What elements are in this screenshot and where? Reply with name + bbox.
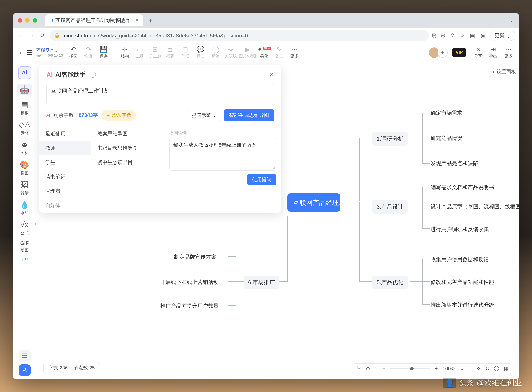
add-chars-button[interactable]: ＋增加字数: [101, 110, 136, 121]
node-3[interactable]: 3.产品设计: [372, 200, 408, 214]
topic-button[interactable]: ▭主题: [133, 46, 147, 59]
close-panel-icon[interactable]: ✕: [269, 71, 274, 78]
menu-icon[interactable]: ☰: [25, 49, 33, 56]
subcat-book-toc[interactable]: 书籍目录思维导图: [91, 141, 164, 155]
sidebar-illustration[interactable]: 🎨插图: [16, 160, 34, 176]
sidebar-gif[interactable]: GIF动图: [16, 240, 34, 253]
zoom-dropdown-icon[interactable]: ⌄: [460, 366, 464, 372]
summary-button[interactable]: ⊐概要: [163, 46, 177, 59]
nav-reload-icon[interactable]: ⟳: [39, 32, 46, 39]
subtopic-button[interactable]: ⊟子主题: [148, 46, 162, 59]
add-collaborator-button[interactable]: +: [437, 48, 448, 58]
qa-demo-dropdown[interactable]: 提问示范⌄: [188, 110, 220, 121]
tabs-dropdown-icon[interactable]: ⌄: [510, 18, 513, 23]
zoom-minus-icon[interactable]: −: [382, 366, 386, 372]
browser-tab[interactable]: ψ 互联网产品经理工作计划树图思维 ✕: [45, 14, 143, 26]
vip-badge[interactable]: VIP: [452, 48, 466, 57]
info-icon[interactable]: i: [90, 72, 96, 78]
doc-meta: 互联网产… 保存于 6-6 15:13: [36, 47, 63, 58]
sidebar-template[interactable]: ▤模板: [16, 100, 34, 116]
maximize-window-icon[interactable]: [33, 18, 37, 23]
redo-button[interactable]: ↷恢复: [81, 46, 96, 59]
cat-reading[interactable]: 读书笔记: [39, 170, 91, 184]
history-icon[interactable]: ↻: [485, 366, 490, 372]
leaf-3-2[interactable]: 设计产品原型（草图、流程图、线框图等）: [431, 203, 519, 210]
leaf-5-1[interactable]: 收集用户使用数据和反馈: [431, 256, 489, 263]
node-center[interactable]: 互联网产品经理工作计划: [287, 193, 340, 212]
zoom-slider[interactable]: [390, 368, 430, 369]
leaf-3-3[interactable]: 进行用户调研和反馈收集: [431, 226, 489, 233]
nav-forward-icon[interactable]: →: [28, 32, 35, 39]
back-icon[interactable]: ‹: [17, 49, 24, 57]
zoom-plus-icon[interactable]: +: [435, 366, 438, 372]
cat-recent[interactable]: 最近使用: [39, 126, 91, 141]
undo-button[interactable]: ↶撤回: [66, 46, 80, 59]
note-button[interactable]: 💬标注: [193, 46, 208, 59]
leaf-3-1[interactable]: 编写需求文档和产品说明书: [431, 184, 494, 191]
translate-icon[interactable]: ⎘: [432, 32, 436, 39]
more2-button[interactable]: ⋯更多: [501, 46, 515, 59]
leaf-5-2[interactable]: 修改和完善产品功能和性能: [431, 279, 494, 286]
leaf-6-3[interactable]: 推广产品并提升用户数量: [160, 302, 219, 309]
sidebar-formula[interactable]: √x公式: [16, 220, 34, 236]
mouse-mode-icon[interactable]: 🖱: [356, 366, 361, 372]
center-view-icon[interactable]: ⊕: [366, 366, 370, 372]
zoom-out-icon[interactable]: ⊖: [441, 32, 445, 39]
sidebar-outline-view[interactable]: ☰: [19, 350, 31, 362]
use-question-button[interactable]: 使用提问: [247, 174, 276, 185]
beautify-button[interactable]: ✦NEW美化: [257, 46, 271, 59]
relation-button[interactable]: ↝关联线: [224, 46, 238, 59]
sidebar-background[interactable]: 🖼背景: [16, 180, 34, 196]
cat-manager[interactable]: 管理者: [39, 184, 91, 198]
new-tab-button[interactable]: ＋: [147, 16, 154, 25]
sidebar-robot[interactable]: 🤖: [16, 84, 34, 95]
minimize-window-icon[interactable]: [25, 18, 30, 23]
tag-button[interactable]: ◯标签: [209, 46, 223, 59]
structure-button[interactable]: ⊹结构: [118, 46, 132, 59]
sidebar-icon[interactable]: ☻图标: [16, 140, 34, 156]
media-button[interactable]: ▶图片/视频: [239, 46, 256, 59]
sidebar-mindmap-view[interactable]: ⊰: [19, 364, 31, 376]
doc-title-link[interactable]: 互联网产…: [36, 47, 63, 53]
minimap-icon[interactable]: ▦: [504, 366, 509, 372]
node-1[interactable]: 1.调研分析: [372, 132, 408, 146]
cat-teacher[interactable]: 教师: [39, 141, 91, 155]
beta-label: BETA: [21, 257, 29, 261]
cat-student[interactable]: 学生: [39, 155, 91, 170]
update-button[interactable]: 更新⋮: [490, 30, 515, 41]
leaf-1-1[interactable]: 确定市场需求: [431, 109, 462, 116]
url-input[interactable]: 🔒 mind.shutu.cn/?works_guid=c2044dbe35fe…: [50, 30, 429, 41]
leaf-1-3[interactable]: 发现产品亮点和缺陷: [431, 160, 478, 167]
leaf-6-1[interactable]: 制定品牌宣传方案: [174, 253, 216, 260]
leaf-1-2[interactable]: 研究竞品情况: [431, 135, 462, 142]
canvas[interactable]: ‹ 设置面板 Ai AI智能助手 i ✕ 互联网产品经理工作计划 Ai 剩余字数…: [37, 62, 519, 379]
bookmark-icon[interactable]: ☆: [460, 32, 465, 39]
leaf-6-2[interactable]: 开展线下和线上营销活动: [160, 279, 219, 286]
sidebar-watermark[interactable]: 💧水印: [16, 200, 34, 216]
share-button[interactable]: ∝分享: [471, 46, 485, 59]
detail-textarea[interactable]: 帮我生成人教版物理8年级上册的教案: [169, 138, 276, 171]
subcat-lesson[interactable]: 教案思维导图: [91, 126, 164, 141]
cat-media[interactable]: 自媒体: [39, 198, 91, 213]
sidebar-material[interactable]: ◇△素材: [16, 120, 34, 136]
more-button[interactable]: ⋯更多: [287, 46, 302, 59]
subcat-reading-list[interactable]: 初中生必读书目: [91, 155, 164, 170]
close-tab-icon[interactable]: ✕: [135, 18, 139, 23]
sidepanel-icon[interactable]: ▣: [470, 32, 475, 39]
nav-back-icon[interactable]: ←: [17, 32, 24, 39]
ai-prompt-input[interactable]: 互联网产品经理工作计划: [46, 83, 274, 105]
profile-icon[interactable]: ◉: [480, 32, 485, 39]
generate-mindmap-button[interactable]: 智能生成思维导图: [224, 109, 274, 121]
remark-button[interactable]: ✎备注: [272, 46, 286, 59]
leaf-5-3[interactable]: 推出新版本并进行迭代升级: [431, 301, 494, 308]
layers-icon[interactable]: ❖: [476, 366, 481, 372]
close-window-icon[interactable]: [18, 18, 22, 23]
share-icon[interactable]: ⇪: [450, 32, 455, 39]
outline-button[interactable]: ▢外框: [178, 46, 192, 59]
sidebar-ai-selected[interactable]: Ai: [18, 66, 31, 79]
node-5[interactable]: 5.产品优化: [372, 276, 408, 289]
save-button[interactable]: 💾保存: [97, 46, 111, 59]
node-6[interactable]: 6.市场推广: [244, 276, 279, 289]
fullscreen-icon[interactable]: ⛶: [494, 366, 499, 372]
export-button[interactable]: ⇥导出: [486, 46, 500, 59]
